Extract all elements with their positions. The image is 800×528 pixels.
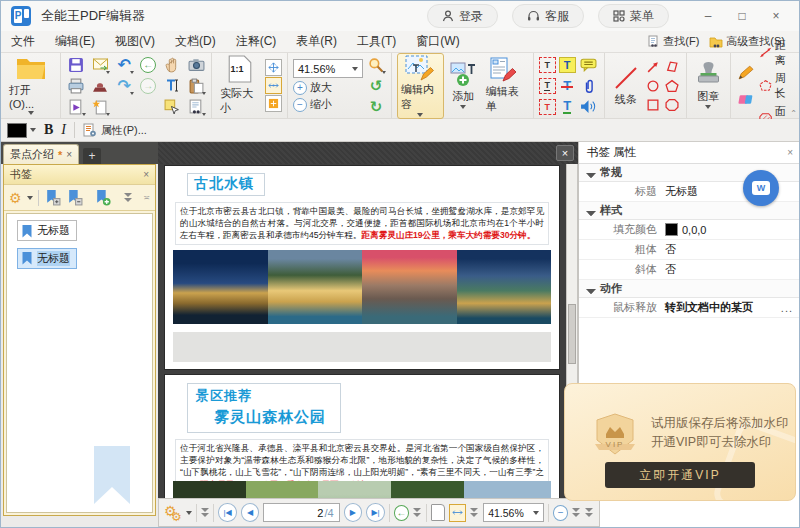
- menu-tools[interactable]: 工具(T): [347, 31, 406, 52]
- statusbar-zoom-dropdown-icon[interactable]: [533, 511, 539, 515]
- font-color-dropdown-icon[interactable]: [30, 128, 36, 132]
- zoom-dropdown-icon[interactable]: [352, 67, 358, 71]
- properties-panel-close-icon[interactable]: ×: [787, 147, 793, 158]
- title-field-value[interactable]: 无标题: [665, 184, 698, 199]
- actual-size-button[interactable]: 1:1 实际大小: [217, 54, 262, 117]
- search-dropdown-icon[interactable]: [202, 113, 206, 116]
- tab-close-icon[interactable]: ×: [66, 149, 72, 160]
- underline-button[interactable]: T: [563, 99, 571, 115]
- fit-visible-button[interactable]: [265, 95, 282, 112]
- pencil-tool-button[interactable]: [736, 62, 756, 82]
- statusbar-expand-icon[interactable]: [585, 508, 594, 518]
- pdf-page-2[interactable]: 景区推荐 雾灵山森林公园 位于河北省兴隆县、承德县、滦平县和北京密云县交界处。是…: [165, 375, 559, 498]
- stamp-button[interactable]: 图章: [692, 61, 725, 110]
- stamp-dropdown-icon[interactable]: [705, 105, 711, 109]
- tab-scenic-intro[interactable]: 景点介绍 * ×: [3, 144, 79, 164]
- zoom-in-button[interactable]: +放大: [293, 80, 363, 95]
- select-object-button[interactable]: [162, 97, 182, 117]
- measure-perimeter-button[interactable]: 周长: [759, 71, 794, 101]
- rectangle-tool-button[interactable]: [643, 95, 663, 115]
- zoom-combo[interactable]: 41.56%: [293, 59, 363, 78]
- italic-button[interactable]: I: [61, 122, 66, 138]
- rotate-right-button[interactable]: ↻: [366, 97, 386, 117]
- text-field-button[interactable]: T: [539, 57, 556, 73]
- polyline-tool-button[interactable]: [662, 57, 682, 77]
- mail-dropdown-icon[interactable]: [106, 71, 110, 74]
- statusbar-collapse-icon[interactable]: [201, 508, 210, 518]
- fill-color-value[interactable]: 0,0,0: [665, 223, 706, 236]
- view-mode-dropdown-icon[interactable]: [470, 508, 479, 518]
- open-button[interactable]: 打开(O)...: [6, 55, 55, 116]
- maximize-button[interactable]: □: [727, 4, 757, 28]
- scan-button[interactable]: [90, 76, 110, 96]
- select-text-button[interactable]: [162, 76, 182, 96]
- collapse-bookmark-icon[interactable]: [66, 189, 83, 206]
- statusbar-zoom-out-button[interactable]: −: [553, 505, 569, 521]
- eraser-tool-button[interactable]: [736, 89, 756, 109]
- expand-bookmark-icon[interactable]: [44, 189, 61, 206]
- edit-content-dropdown-icon[interactable]: [417, 113, 423, 117]
- new-doc-button[interactable]: [90, 97, 110, 117]
- measure-distance-button[interactable]: 距离: [759, 38, 794, 68]
- login-button[interactable]: 登录: [427, 4, 498, 28]
- next-view-button[interactable]: →: [138, 76, 158, 96]
- add-dropdown-icon[interactable]: [460, 105, 466, 109]
- snapshot-button[interactable]: [186, 55, 206, 75]
- circle-tool-button[interactable]: [643, 76, 663, 96]
- strikethrough-button[interactable]: T: [563, 78, 571, 93]
- minimize-button[interactable]: –: [693, 4, 723, 28]
- pentagon-tool-button[interactable]: [662, 76, 682, 96]
- export-button[interactable]: [66, 97, 86, 117]
- bookmark-item-selected[interactable]: 无标题: [17, 248, 77, 269]
- edit-form-button[interactable]: 编辑表单: [483, 56, 528, 115]
- add-button[interactable]: 添加: [447, 61, 480, 110]
- save-button[interactable]: [66, 55, 86, 75]
- fit-width-button[interactable]: [265, 77, 282, 94]
- document-canvas[interactable]: 古北水镇 位于北京市密云县古北口镇，背靠中国最美、最险的司马台长城，坐拥鸳鸯湖水…: [158, 164, 566, 498]
- statusbar-options-dropdown-icon[interactable]: [186, 511, 192, 515]
- previous-view-button[interactable]: ←: [394, 505, 410, 521]
- bold-button[interactable]: B: [44, 122, 53, 138]
- menu-form[interactable]: 表单(R): [286, 31, 347, 52]
- redo-dropdown-icon[interactable]: [130, 92, 134, 95]
- paste-button[interactable]: [186, 76, 206, 96]
- menu-window[interactable]: 窗口(W): [406, 31, 469, 52]
- next-page-button[interactable]: ▶: [344, 503, 363, 522]
- bold-field-value[interactable]: 否: [665, 242, 676, 257]
- polygon-tool-button[interactable]: [662, 95, 682, 115]
- close-button[interactable]: ×: [761, 4, 791, 28]
- bookmark-options-dropdown-icon[interactable]: [27, 196, 33, 200]
- undo-button[interactable]: ↶: [114, 55, 134, 75]
- fit-width-view-button[interactable]: [449, 504, 467, 522]
- italic-field-value[interactable]: 否: [665, 262, 676, 277]
- bookmarks-panel-close-icon[interactable]: ×: [143, 169, 149, 180]
- first-page-button[interactable]: |◀: [218, 503, 237, 522]
- fit-page-button[interactable]: [265, 59, 282, 76]
- search-doc-button[interactable]: [186, 97, 206, 117]
- text-callout-button[interactable]: T: [539, 99, 556, 115]
- menu-button[interactable]: 菜单: [598, 4, 669, 28]
- prev-view-button[interactable]: ←: [138, 55, 158, 75]
- statusbar-options-button[interactable]: ⚙⚙: [164, 504, 182, 522]
- menu-document[interactable]: 文档(D): [165, 31, 226, 52]
- bookmark-options-gear-icon[interactable]: ⚙: [9, 191, 22, 205]
- undo-dropdown-icon[interactable]: [130, 71, 134, 74]
- mouse-release-value[interactable]: 转到文档中的某页: [665, 300, 753, 315]
- pdf-page-1[interactable]: 古北水镇 位于北京市密云县古北口镇，背靠中国最美、最险的司马台长城，坐拥鸳鸯湖水…: [165, 166, 559, 369]
- marquee-zoom-button[interactable]: [366, 55, 386, 75]
- feedback-float-button[interactable]: W: [743, 170, 779, 206]
- attach-file-button[interactable]: [579, 76, 599, 96]
- statusbar-zoom-combo[interactable]: 41.56%: [483, 503, 544, 522]
- rotate-left-button[interactable]: ↺: [366, 76, 386, 96]
- single-page-view-button[interactable]: [431, 504, 445, 521]
- redo-button[interactable]: ↷: [114, 76, 134, 96]
- prev-page-button[interactable]: ◀: [241, 503, 260, 522]
- add-bookmark-icon[interactable]: [94, 189, 111, 206]
- view-history-dropdown-icon[interactable]: [413, 508, 422, 518]
- menu-view[interactable]: 视图(V): [105, 31, 165, 52]
- open-dropdown-icon[interactable]: [28, 111, 34, 115]
- statusbar-more-icon[interactable]: [572, 508, 581, 518]
- hand-tool-button[interactable]: [162, 55, 182, 75]
- section-action[interactable]: 动作: [579, 280, 800, 298]
- arrow-tool-button[interactable]: [643, 57, 663, 77]
